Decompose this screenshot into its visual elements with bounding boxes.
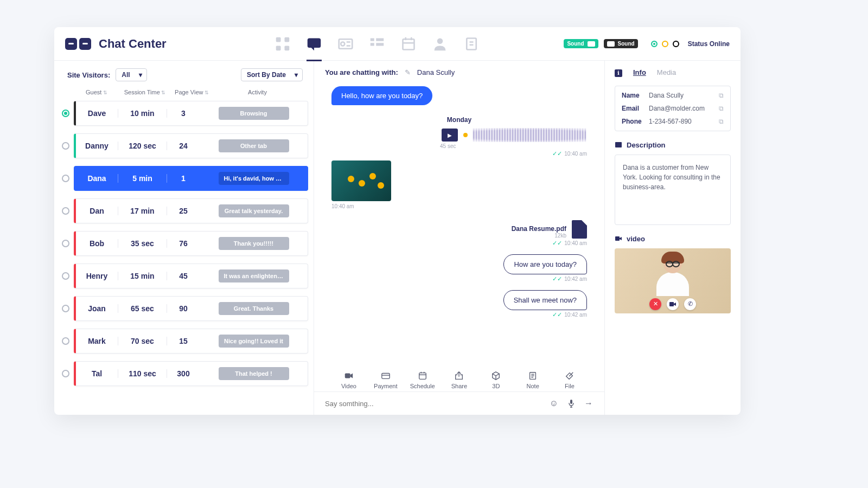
action-video[interactable]: Video [333,371,365,389]
image-message[interactable] [331,160,391,201]
logo-box-1 [65,38,77,50]
row-pageview: 15 [167,337,200,345]
sound-on-toggle[interactable]: Sound [564,39,598,48]
visitor-row-body[interactable]: Dana 5 min 1 Hi, it's david, how can [74,166,308,191]
person-avatar [656,255,689,297]
action-file[interactable]: File [553,371,586,389]
call-button[interactable]: ✆ [684,298,696,310]
row-session: 35 sec [118,239,167,248]
edit-icon[interactable]: ✎ [405,68,411,76]
info-panel: Info Media NameDana Scully⧉ EmailDana@mo… [605,61,741,415]
row-radio[interactable] [62,175,69,182]
row-activity: Great. Thanks [219,302,289,315]
svg-rect-22 [419,373,426,380]
copy-icon[interactable]: ⧉ [719,118,724,125]
action-note[interactable]: Note [516,371,549,389]
nav-chat-icon[interactable] [307,36,322,52]
msg1-timestamp: ✓✓10:42 am [552,275,587,282]
row-radio[interactable] [62,305,69,312]
row-session: 65 sec [118,304,167,313]
nav-user-icon[interactable] [432,36,448,52]
main: Site Visitors: All Sort By Date Guest Se… [54,61,741,415]
hangup-button[interactable]: ✕ [649,298,661,310]
visitor-row-body[interactable]: Joan 65 sec 90 Great. Thanks [74,296,308,321]
row-radio[interactable] [62,142,69,150]
row-radio[interactable] [62,110,69,117]
emoji-icon[interactable]: ☺ [549,399,559,408]
row-radio[interactable] [62,337,69,345]
row-radio[interactable] [62,370,69,377]
action-schedule[interactable]: Schedule [406,371,439,389]
row-activity: That helped ! [219,367,289,380]
visitor-row-body[interactable]: Dan 17 min 25 Great talk yesterday. [74,198,308,223]
read-checks-icon: ✓✓ [552,150,562,157]
send-icon[interactable]: → [584,399,593,408]
status-dot-away[interactable] [662,41,668,47]
info-tabs: Info Media [615,68,731,77]
row-pageview: 90 [167,304,200,313]
mic-icon[interactable] [566,399,576,408]
svg-rect-2 [276,46,280,50]
row-activity: Thank you!!!!! [219,237,289,250]
copy-icon[interactable]: ⧉ [719,92,724,99]
col-pageview[interactable]: Page View [171,89,212,95]
camera-button[interactable] [667,298,679,310]
action-3d[interactable]: 3D [480,371,512,389]
row-activity: Browsing [219,107,289,120]
row-guest: Mark [76,337,118,345]
file-icon[interactable] [572,220,587,239]
visitor-row-body[interactable]: Danny 120 sec 24 Other tab [74,133,308,158]
nav-list-icon[interactable] [369,36,385,52]
row-radio[interactable] [62,240,69,247]
row-activity: Nice going!! Loved it [219,335,289,348]
nav-id-icon[interactable] [338,36,353,52]
sort-select[interactable]: Sort By Date [241,68,303,81]
toggle-knob [607,41,615,47]
chat-panel: You are chatting with: ✎ Dana Scully Hel… [314,61,605,415]
row-radio[interactable] [62,207,69,215]
row-session: 5 min [118,174,167,183]
sound-off-toggle[interactable]: Sound [604,39,638,48]
row-guest: Danny [76,142,118,150]
row-guest: Dave [76,109,118,118]
row-radio[interactable] [62,272,69,280]
visitors-filter-select[interactable]: All [116,68,146,81]
action-share[interactable]: Share [443,371,475,389]
play-icon[interactable]: ▶ [442,129,458,142]
row-activity-wrap: Hi, it's david, how can [200,172,308,185]
status-dot-online[interactable] [651,41,658,47]
tab-media[interactable]: Media [657,68,676,76]
file-timestamp: ✓✓10:40 am [552,240,587,247]
visitor-row-body[interactable]: Henry 15 min 45 It was an enlightening [74,264,308,288]
svg-rect-33 [669,302,674,306]
contact-card: NameDana Scully⧉ EmailDana@molder.com⧉ P… [615,86,731,131]
nav-calendar-icon[interactable] [401,36,416,52]
row-activity: Great talk yesterday. [219,204,289,217]
nav-note-icon[interactable] [464,36,479,52]
visitor-row: Danny 120 sec 24 Other tab [62,133,308,158]
row-activity-wrap: It was an enlightening [200,269,308,282]
visitors-label: Site Visitors: [67,71,110,79]
video-header: video [615,235,731,243]
copy-icon[interactable]: ⧉ [719,105,724,112]
svg-rect-1 [284,37,289,42]
visitors-panel: Site Visitors: All Sort By Date Guest Se… [54,61,314,415]
col-guest[interactable]: Guest [75,89,118,95]
svg-rect-3 [284,46,289,50]
visitor-row-body[interactable]: Bob 35 sec 76 Thank you!!!!! [74,231,308,256]
visitor-row: Tal 110 sec 300 That helped ! [62,361,308,386]
col-session[interactable]: Session Time [120,89,169,95]
status-dot-offline[interactable] [673,41,679,47]
tab-info[interactable]: Info [633,68,646,76]
nav-grid-icon[interactable] [275,36,290,52]
row-session: 110 sec [118,369,167,378]
waveform[interactable] [473,128,587,142]
chat-input[interactable] [325,400,541,408]
visitor-row-body[interactable]: Tal 110 sec 300 That helped ! [74,361,308,386]
svg-rect-31 [615,142,622,147]
visitor-row-body[interactable]: Dave 10 min 3 Browsing [74,101,308,126]
action-payment[interactable]: Payment [369,371,402,389]
day-label: Monday [331,116,587,124]
visitors-header: Site Visitors: All Sort By Date [62,68,308,85]
visitor-row-body[interactable]: Mark 70 sec 15 Nice going!! Loved it [74,329,308,354]
